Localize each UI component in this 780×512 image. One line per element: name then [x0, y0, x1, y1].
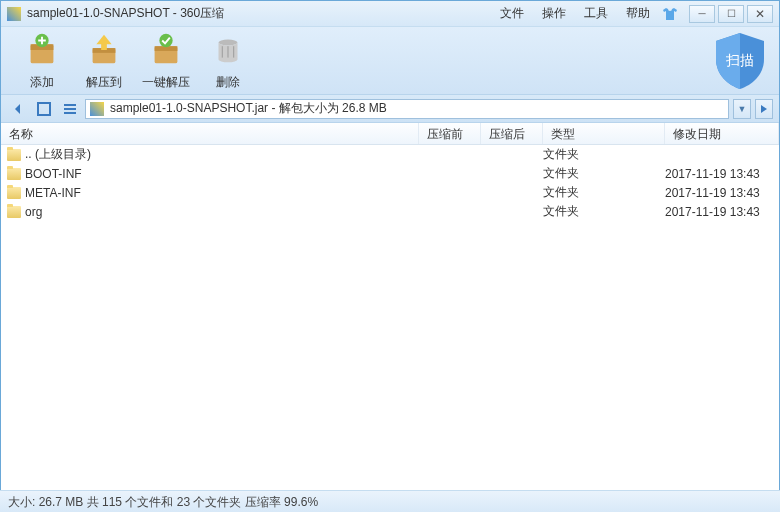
folder-icon [7, 187, 21, 199]
status-bar: 大小: 26.7 MB 共 115 个文件和 23 个文件夹 压缩率 99.6% [0, 490, 780, 512]
delete-button[interactable]: 删除 [197, 31, 259, 91]
col-before[interactable]: 压缩前 [419, 123, 481, 144]
list-item[interactable]: .. (上级目录) 文件夹 [1, 145, 779, 164]
back-button[interactable] [7, 99, 29, 119]
folder-icon [7, 206, 21, 218]
file-list: .. (上级目录) 文件夹 BOOT-INF 文件夹 2017-11-19 13… [1, 145, 779, 487]
menu-tools[interactable]: 工具 [584, 5, 608, 22]
add-button[interactable]: 添加 [11, 31, 73, 91]
menu-help[interactable]: 帮助 [626, 5, 650, 22]
close-button[interactable]: ✕ [747, 5, 773, 23]
path-field[interactable]: sample01-1.0-SNAPSHOT.jar - 解包大小为 26.8 M… [85, 99, 729, 119]
status-text: 大小: 26.7 MB 共 115 个文件和 23 个文件夹 压缩率 99.6% [8, 495, 318, 509]
column-header: 名称 压缩前 压缩后 类型 修改日期 [1, 123, 779, 145]
one-click-extract-button[interactable]: 一键解压 [135, 31, 197, 91]
svg-point-9 [219, 39, 238, 45]
path-text: sample01-1.0-SNAPSHOT.jar - 解包大小为 26.8 M… [110, 100, 387, 117]
extract-to-icon [85, 31, 123, 69]
app-icon [7, 7, 21, 21]
menu-file[interactable]: 文件 [500, 5, 524, 22]
toolbar: 添加 解压到 一键解压 删除 扫描 [1, 27, 779, 95]
col-type[interactable]: 类型 [543, 123, 665, 144]
col-name[interactable]: 名称 [1, 123, 419, 144]
menu-operate[interactable]: 操作 [542, 5, 566, 22]
path-bar: sample01-1.0-SNAPSHOT.jar - 解包大小为 26.8 M… [1, 95, 779, 123]
svg-rect-10 [38, 103, 50, 115]
add-label: 添加 [11, 74, 73, 91]
list-item[interactable]: BOOT-INF 文件夹 2017-11-19 13:43 [1, 164, 779, 183]
window-title: sample01-1.0-SNAPSHOT - 360压缩 [27, 5, 224, 22]
folder-icon [7, 168, 21, 180]
one-click-label: 一键解压 [135, 74, 197, 91]
icon-view-button[interactable] [33, 99, 55, 119]
col-after[interactable]: 压缩后 [481, 123, 543, 144]
list-item[interactable]: org 文件夹 2017-11-19 13:43 [1, 202, 779, 221]
list-item[interactable]: META-INF 文件夹 2017-11-19 13:43 [1, 183, 779, 202]
maximize-button[interactable]: ☐ [718, 5, 744, 23]
folder-icon [7, 149, 21, 161]
add-icon [23, 31, 61, 69]
minimize-button[interactable]: ─ [689, 5, 715, 23]
scan-label: 扫描 [725, 52, 754, 68]
path-dropdown-button[interactable]: ▼ [733, 99, 751, 119]
one-click-icon [147, 31, 185, 69]
path-go-button[interactable] [755, 99, 773, 119]
col-date[interactable]: 修改日期 [665, 123, 779, 144]
delete-label: 删除 [197, 74, 259, 91]
skin-icon[interactable] [662, 6, 678, 22]
extract-to-label: 解压到 [73, 74, 135, 91]
menu-bar: 文件 操作 工具 帮助 [500, 5, 650, 22]
delete-icon [209, 31, 247, 69]
extract-to-button[interactable]: 解压到 [73, 31, 135, 91]
svg-rect-5 [101, 42, 107, 50]
title-bar: sample01-1.0-SNAPSHOT - 360压缩 文件 操作 工具 帮… [1, 1, 779, 27]
scan-button[interactable]: 扫描 [713, 31, 767, 91]
svg-point-8 [159, 33, 172, 46]
archive-icon [90, 102, 104, 116]
list-view-button[interactable] [59, 99, 81, 119]
